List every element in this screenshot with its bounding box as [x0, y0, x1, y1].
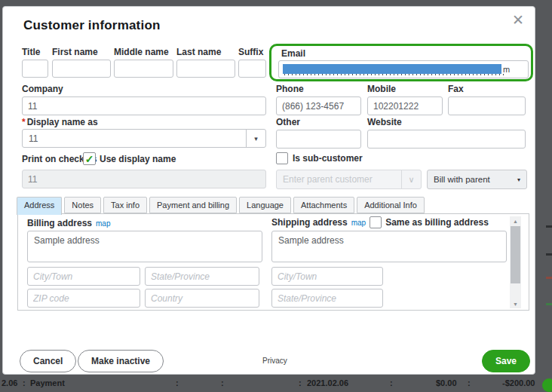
required-asterisk: * — [22, 117, 26, 127]
address-tab-panel: Billing address map Sample address Shipp… — [17, 213, 529, 311]
mobile-input[interactable] — [367, 96, 443, 115]
panel-scrollbar[interactable]: ▲ ▼ — [510, 216, 521, 308]
print-on-check-input — [22, 170, 266, 188]
email-label: Email — [281, 48, 305, 59]
bill-with-parent-value: Bill with parent — [428, 170, 511, 188]
combo-chevron-icon: ∨ — [401, 170, 421, 188]
billing-zip-input[interactable] — [27, 289, 140, 308]
background-fragment — [546, 277, 552, 279]
bg-cell: Payment — [30, 378, 65, 387]
email-text-tail: m — [503, 65, 510, 74]
last-name-input[interactable] — [176, 60, 235, 78]
email-highlight-box: Email m — [269, 44, 533, 81]
bg-separator: : — [390, 378, 393, 387]
scroll-up-icon[interactable]: ▲ — [510, 216, 521, 225]
save-button[interactable]: Save — [482, 350, 530, 372]
tab-payment-and-billing[interactable]: Payment and billing — [149, 197, 237, 213]
same-as-billing-checkbox[interactable] — [370, 216, 382, 228]
display-name-label: *Display name as — [22, 117, 98, 127]
shipping-state-input[interactable] — [271, 289, 383, 308]
mobile-field-group: Mobile — [367, 84, 443, 115]
bg-separator: : — [299, 378, 302, 387]
background-button-fragment — [542, 378, 552, 392]
privacy-link[interactable]: Privacy — [262, 357, 287, 365]
suffix-input[interactable] — [238, 60, 266, 78]
background-fragment — [546, 225, 552, 228]
shipping-map-link[interactable]: map — [351, 219, 366, 227]
title-field-group: Title — [22, 47, 48, 78]
bg-separator: : — [176, 378, 179, 387]
phone-field-group: Phone — [276, 84, 361, 115]
tab-notes[interactable]: Notes — [64, 197, 101, 213]
chevron-down-icon: ▾ — [246, 130, 265, 147]
website-field-group: Website — [367, 117, 526, 149]
shipping-zip-input-clipped[interactable] — [271, 310, 383, 311]
dialog-title: Customer information — [23, 18, 161, 33]
billing-city-input[interactable] — [27, 267, 140, 286]
screen: 2.06 : Payment : : : 2021.02.06 : $0.00 … — [0, 0, 552, 392]
website-label: Website — [367, 117, 526, 127]
billing-map-link[interactable]: map — [96, 219, 110, 228]
is-sub-customer-checkbox[interactable] — [276, 152, 288, 164]
bill-with-parent-dropdown[interactable]: Bill with parent ▾ — [427, 170, 527, 189]
billing-address-label: Billing address — [27, 218, 92, 228]
bg-cell-amount: -$200.00 — [502, 378, 535, 387]
display-name-dropdown[interactable]: 11 ▾ — [22, 129, 266, 148]
suffix-field-group: Suffix — [238, 47, 266, 78]
shipping-address-label: Shipping address — [271, 217, 348, 228]
parent-customer-dropdown: Enter parent customer ∨ — [276, 170, 422, 189]
middle-name-input[interactable] — [114, 60, 173, 78]
other-label: Other — [276, 117, 361, 127]
website-input[interactable] — [367, 130, 526, 149]
phone-label: Phone — [276, 84, 361, 94]
company-label: Company — [22, 84, 266, 94]
tab-attachments[interactable]: Attachments — [293, 197, 354, 213]
fax-input[interactable] — [448, 96, 526, 115]
same-as-billing-label: Same as billing address — [385, 217, 489, 228]
title-label: Title — [22, 47, 48, 57]
shipping-city-input[interactable] — [271, 267, 383, 286]
tab-language[interactable]: Language — [239, 197, 291, 213]
last-name-label: Last name — [176, 47, 235, 57]
last-name-field-group: Last name — [176, 47, 235, 78]
parent-customer-placeholder: Enter parent customer — [277, 170, 401, 188]
use-display-name-label: Use display name — [100, 154, 176, 164]
mobile-label: Mobile — [367, 84, 443, 94]
background-fragment — [546, 303, 552, 305]
tab-address[interactable]: Address — [17, 197, 62, 215]
make-inactive-button[interactable]: Make inactive — [78, 350, 164, 372]
chevron-down-icon: ▾ — [511, 170, 526, 188]
first-name-label: First name — [52, 47, 111, 57]
customer-information-dialog: Customer information ✕ Title First name … — [2, 6, 535, 375]
cancel-button[interactable]: Cancel — [20, 350, 76, 372]
billing-address-textarea[interactable]: Sample address — [27, 231, 262, 262]
billing-state-input[interactable] — [145, 267, 259, 286]
shipping-address-header: Shipping address map Same as billing add… — [271, 216, 489, 228]
scroll-down-icon[interactable]: ▼ — [510, 299, 521, 308]
phone-input[interactable] — [276, 96, 361, 115]
fax-field-group: Fax — [448, 84, 526, 115]
display-name-value: 11 — [23, 130, 246, 147]
bg-separator: : — [221, 378, 224, 387]
detail-tabs: Address Notes Tax info Payment and billi… — [17, 197, 425, 215]
background-fragment — [546, 253, 552, 256]
bg-separator: : — [468, 378, 471, 387]
other-input[interactable] — [276, 130, 361, 149]
email-input[interactable]: m — [278, 60, 529, 78]
bg-cell-amount: $0.00 — [436, 378, 457, 387]
first-name-input[interactable] — [52, 60, 111, 78]
is-sub-customer-label: Is sub-customer — [293, 153, 363, 164]
billing-address-header: Billing address map — [27, 218, 110, 228]
billing-country-input[interactable] — [145, 289, 259, 308]
use-display-name-checkbox[interactable]: ✓ — [83, 152, 96, 165]
tab-additional-info[interactable]: Additional Info — [357, 197, 425, 213]
bg-cell: 2.06 — [2, 378, 17, 387]
scrollbar-thumb[interactable] — [511, 226, 520, 283]
first-name-field-group: First name — [52, 47, 111, 78]
title-input[interactable] — [22, 60, 48, 78]
middle-name-label: Middle name — [114, 47, 173, 57]
company-input[interactable] — [22, 96, 266, 115]
close-icon[interactable]: ✕ — [509, 10, 527, 30]
tab-tax-info[interactable]: Tax info — [103, 197, 147, 213]
shipping-address-textarea[interactable]: Sample address — [271, 231, 507, 262]
